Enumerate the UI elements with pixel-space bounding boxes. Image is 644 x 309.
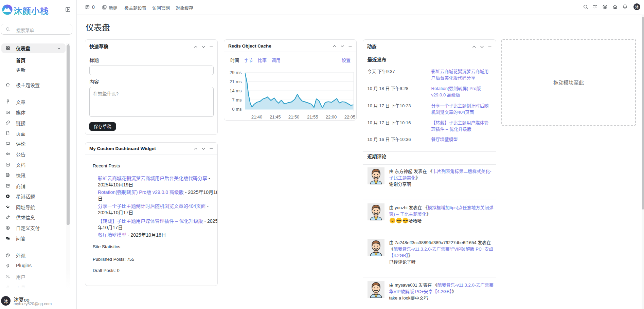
svg-text:7 ms: 7 ms [232, 97, 242, 103]
svg-text:29 ms: 29 ms [230, 70, 242, 75]
svg-text:0 ms: 0 ms [232, 107, 242, 112]
svg-text:21:50: 21:50 [288, 114, 300, 120]
svg-text:21:40: 21:40 [251, 114, 263, 120]
svg-text:14 ms: 14 ms [230, 88, 242, 93]
svg-text:22:05: 22:05 [344, 114, 356, 120]
svg-text:22:00: 22:00 [326, 114, 337, 120]
svg-text:21:45: 21:45 [270, 114, 281, 120]
svg-text:21:55: 21:55 [307, 114, 318, 120]
svg-text:21 ms: 21 ms [230, 79, 242, 84]
